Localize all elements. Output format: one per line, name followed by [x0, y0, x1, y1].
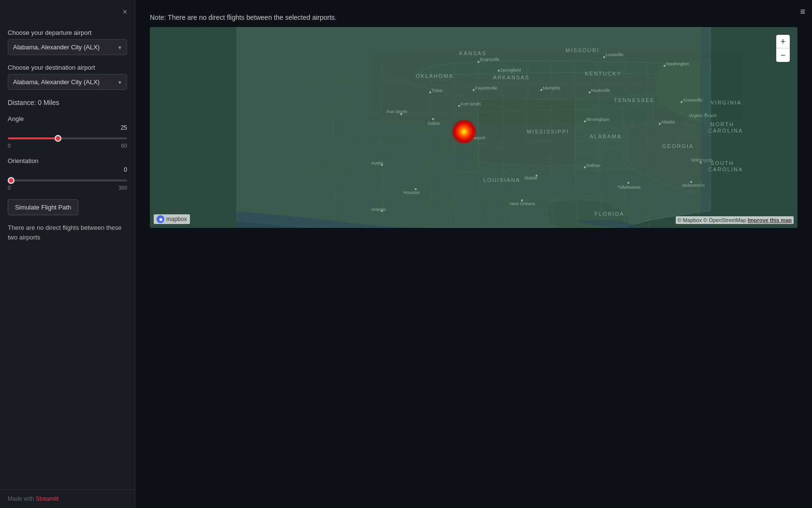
- angle-max: 60: [121, 143, 127, 149]
- map-attribution: © Mapbox © OpenStreetMap Improve this ma…: [676, 216, 794, 224]
- orientation-value: 0: [8, 166, 127, 173]
- mapbox-label: mapbox: [166, 216, 187, 223]
- orientation-label: Orientation: [8, 157, 127, 164]
- sidebar-footer: Made with Streamlit: [0, 489, 135, 508]
- svg-point-13: [589, 91, 591, 93]
- info-text: There are no direct flights between thes…: [8, 223, 127, 242]
- svg-text:Fort Smith: Fort Smith: [461, 102, 481, 106]
- svg-text:Austin: Austin: [371, 161, 383, 165]
- kansas-label: KANSAS: [459, 50, 487, 56]
- sidebar-content: Choose your departure airport Alabama, A…: [0, 0, 135, 489]
- svg-text:Washington: Washington: [666, 61, 689, 66]
- orientation-min: 0: [8, 185, 11, 191]
- svg-text:Dallas: Dallas: [428, 121, 440, 126]
- svg-point-7: [429, 91, 431, 93]
- svg-text:Huntsville: Huntsville: [591, 88, 610, 93]
- svg-text:Fort Worth: Fort Worth: [387, 109, 407, 114]
- main-content: ≡ Note: There are no direct flights betw…: [135, 0, 812, 508]
- georgia-label: GEORGIA: [662, 143, 694, 149]
- streamlit-link[interactable]: Streamlit: [36, 495, 58, 502]
- virginia-label: VIRGINIA: [710, 100, 741, 105]
- close-button[interactable]: ×: [123, 8, 127, 16]
- svg-point-3: [603, 56, 605, 58]
- destination-select[interactable]: Alabama, Alexander City (ALX)Alabama, An…: [8, 74, 127, 90]
- orientation-section: Orientation 0 0 360: [8, 157, 127, 191]
- alabama-label: ALABAMA: [590, 134, 622, 139]
- florida-label: FLORIDA: [594, 211, 624, 217]
- svg-point-5: [664, 65, 666, 67]
- svg-text:Memphis: Memphis: [543, 86, 561, 90]
- svg-text:Fayetteville: Fayetteville: [475, 86, 497, 90]
- louisiana-label: LOUISIANA: [483, 177, 521, 183]
- improve-map-link[interactable]: Improve this map: [748, 217, 792, 223]
- angle-label: Angle: [8, 115, 127, 122]
- north-carolina-label2: CAROLINA: [708, 128, 743, 134]
- sidebar: × Choose your departure airport Alabama,…: [0, 0, 135, 508]
- svg-point-15: [681, 101, 682, 103]
- svg-point-27: [659, 123, 661, 125]
- svg-point-9: [473, 89, 475, 91]
- svg-text:Houston: Houston: [404, 190, 420, 195]
- south-carolina-label2: CAROLINA: [708, 166, 743, 172]
- departure-select-wrapper: Alabama, Alexander City (ALX)Alabama, An…: [8, 39, 127, 55]
- zoom-out-button[interactable]: −: [776, 48, 790, 62]
- svg-text:Birmingham: Birmingham: [586, 117, 609, 122]
- angle-section: Angle 25 0 60: [8, 115, 127, 149]
- orientation-slider-container: [8, 175, 127, 183]
- attribution-text: © Mapbox © OpenStreetMap: [678, 217, 746, 223]
- destination-group: Choose your destination airport Alabama,…: [8, 64, 127, 90]
- svg-text:Mobile: Mobile: [524, 176, 537, 180]
- svg-point-19: [458, 105, 460, 107]
- orientation-max: 360: [118, 185, 127, 191]
- oklahoma-label: OKLAHOMA: [416, 73, 453, 79]
- svg-rect-51: [701, 27, 710, 228]
- map-container: KANSAS MISSOURI OKLAHOMA ARKANSAS KENTUC…: [150, 27, 798, 228]
- svg-point-23: [432, 118, 434, 120]
- zoom-in-button[interactable]: +: [776, 35, 790, 48]
- svg-text:Atlanta: Atlanta: [661, 120, 675, 124]
- svg-text:Shreveport: Shreveport: [464, 135, 486, 140]
- arkansas-label: ARKANSAS: [493, 75, 530, 80]
- orientation-range: 0 360: [8, 185, 127, 191]
- svg-text:Springfield: Springfield: [500, 68, 521, 73]
- svg-text:Tulsa: Tulsa: [432, 88, 442, 93]
- mississippi-label: MISSISSIPPI: [527, 129, 569, 134]
- angle-value: 25: [8, 124, 127, 131]
- destination-label: Choose your destination airport: [8, 64, 127, 71]
- svg-text:Antonio: Antonio: [371, 207, 386, 212]
- mapbox-logo: ◉ mapbox: [154, 214, 190, 224]
- svg-text:Greenville: Greenville: [683, 98, 703, 103]
- angle-range: 0 60: [8, 143, 127, 149]
- svg-point-11: [540, 89, 542, 91]
- svg-text:Evansville: Evansville: [480, 57, 500, 62]
- svg-point-25: [584, 120, 586, 122]
- missouri-label: MISSOURI: [566, 47, 599, 53]
- simulate-button[interactable]: Simulate Flight Path: [8, 199, 78, 215]
- hamburger-menu[interactable]: ≡: [800, 7, 805, 17]
- mapbox-icon: ◉: [157, 215, 164, 223]
- svg-point-37: [627, 182, 629, 184]
- distance-text: Distance: 0 Miles: [8, 99, 127, 106]
- kentucky-label: KENTUCKY: [585, 71, 622, 76]
- svg-text:Louisville: Louisville: [606, 52, 624, 57]
- south-carolina-label: SOUTH: [710, 160, 734, 166]
- map-svg: KANSAS MISSOURI OKLAHOMA ARKANSAS KENTUC…: [150, 27, 798, 228]
- destination-select-wrapper: Alabama, Alexander City (ALX)Alabama, An…: [8, 74, 127, 90]
- svg-text:Dothan: Dothan: [586, 163, 600, 168]
- svg-text:New Orleans: New Orleans: [510, 201, 536, 206]
- zoom-controls: + −: [776, 35, 790, 62]
- angle-min: 0: [8, 143, 11, 149]
- svg-point-50: [498, 70, 500, 72]
- angle-slider[interactable]: [8, 137, 127, 139]
- departure-group: Choose your departure airport Alabama, A…: [8, 29, 127, 55]
- tennessee-label: TENNESSEE: [614, 97, 655, 103]
- north-carolina-label: NORTH: [710, 121, 734, 127]
- orientation-slider[interactable]: [8, 179, 127, 181]
- svg-text:Tallahassee: Tallahassee: [618, 185, 641, 190]
- svg-point-33: [584, 166, 586, 168]
- departure-select[interactable]: Alabama, Alexander City (ALX)Alabama, An…: [8, 39, 127, 55]
- departure-label: Choose your departure airport: [8, 29, 127, 36]
- footer-text: Made with: [8, 495, 34, 502]
- angle-slider-container: [8, 133, 127, 141]
- svg-point-1: [478, 61, 479, 63]
